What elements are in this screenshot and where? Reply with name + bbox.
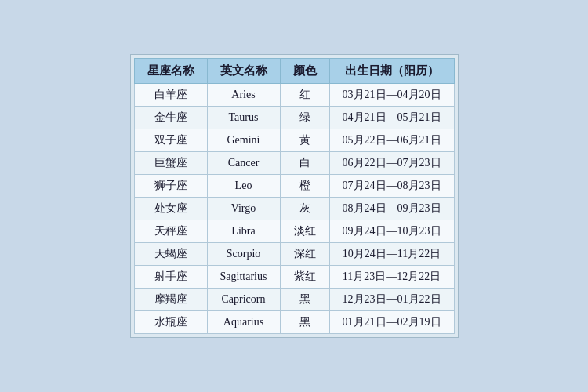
cell-chinese-name: 狮子座 [134,175,207,198]
table-row: 水瓶座Aquarius黑01月21日—02月19日 [134,311,454,334]
cell-english-name: Virgo [207,198,280,220]
cell-english-name: Gemini [207,129,280,152]
cell-chinese-name: 射手座 [134,266,207,289]
table-row: 处女座Virgo灰08月24日—09月23日 [134,198,454,220]
table-row: 金牛座Taurus绿04月21日—05月21日 [134,107,454,129]
table-row: 射手座Sagittarius紫红11月23日—12月22日 [134,266,454,289]
cell-dates: 08月24日—09月23日 [329,198,454,220]
table-row: 天秤座Libra淡红09月24日—10月23日 [134,220,454,243]
cell-dates: 05月22日—06月21日 [329,129,454,152]
table-row: 双子座Gemini黄05月22日—06月21日 [134,129,454,152]
cell-english-name: Sagittarius [207,266,280,289]
cell-chinese-name: 天蝎座 [134,243,207,266]
header-chinese-name: 星座名称 [134,59,207,84]
cell-color: 紫红 [280,266,329,289]
cell-color: 黄 [280,129,329,152]
header-english-name: 英文名称 [207,59,280,84]
cell-color: 深红 [280,243,329,266]
cell-english-name: Aquarius [207,311,280,334]
table-row: 天蝎座Scorpio深红10月24日—11月22日 [134,243,454,266]
cell-english-name: Leo [207,175,280,198]
cell-color: 灰 [280,198,329,220]
table-body: 白羊座Aries红03月21日—04月20日金牛座Taurus绿04月21日—0… [134,84,454,334]
cell-english-name: Aries [207,84,280,107]
header-dates: 出生日期（阳历） [329,59,454,84]
cell-chinese-name: 金牛座 [134,107,207,129]
cell-color: 黑 [280,311,329,334]
cell-chinese-name: 水瓶座 [134,311,207,334]
cell-english-name: Scorpio [207,243,280,266]
cell-color: 淡红 [280,220,329,243]
table-row: 摩羯座Capricorn黑12月23日—01月22日 [134,289,454,311]
cell-dates: 10月24日—11月22日 [329,243,454,266]
cell-dates: 12月23日—01月22日 [329,289,454,311]
cell-dates: 04月21日—05月21日 [329,107,454,129]
cell-english-name: Capricorn [207,289,280,311]
cell-color: 绿 [280,107,329,129]
cell-dates: 01月21日—02月19日 [329,311,454,334]
cell-dates: 09月24日—10月23日 [329,220,454,243]
table-row: 狮子座Leo橙07月24日—08月23日 [134,175,454,198]
cell-english-name: Cancer [207,152,280,175]
cell-dates: 03月21日—04月20日 [329,84,454,107]
cell-color: 黑 [280,289,329,311]
header-color: 颜色 [280,59,329,84]
cell-chinese-name: 天秤座 [134,220,207,243]
cell-color: 红 [280,84,329,107]
cell-english-name: Libra [207,220,280,243]
cell-chinese-name: 摩羯座 [134,289,207,311]
cell-color: 白 [280,152,329,175]
cell-color: 橙 [280,175,329,198]
table-row: 巨蟹座Cancer白06月22日—07月23日 [134,152,454,175]
zodiac-table: 星座名称 英文名称 颜色 出生日期（阳历） 白羊座Aries红03月21日—04… [134,58,455,334]
cell-dates: 07月24日—08月23日 [329,175,454,198]
cell-chinese-name: 双子座 [134,129,207,152]
zodiac-table-container: 星座名称 英文名称 颜色 出生日期（阳历） 白羊座Aries红03月21日—04… [130,54,459,338]
cell-chinese-name: 处女座 [134,198,207,220]
cell-dates: 06月22日—07月23日 [329,152,454,175]
cell-chinese-name: 白羊座 [134,84,207,107]
cell-english-name: Taurus [207,107,280,129]
table-row: 白羊座Aries红03月21日—04月20日 [134,84,454,107]
cell-dates: 11月23日—12月22日 [329,266,454,289]
cell-chinese-name: 巨蟹座 [134,152,207,175]
table-header-row: 星座名称 英文名称 颜色 出生日期（阳历） [134,59,454,84]
